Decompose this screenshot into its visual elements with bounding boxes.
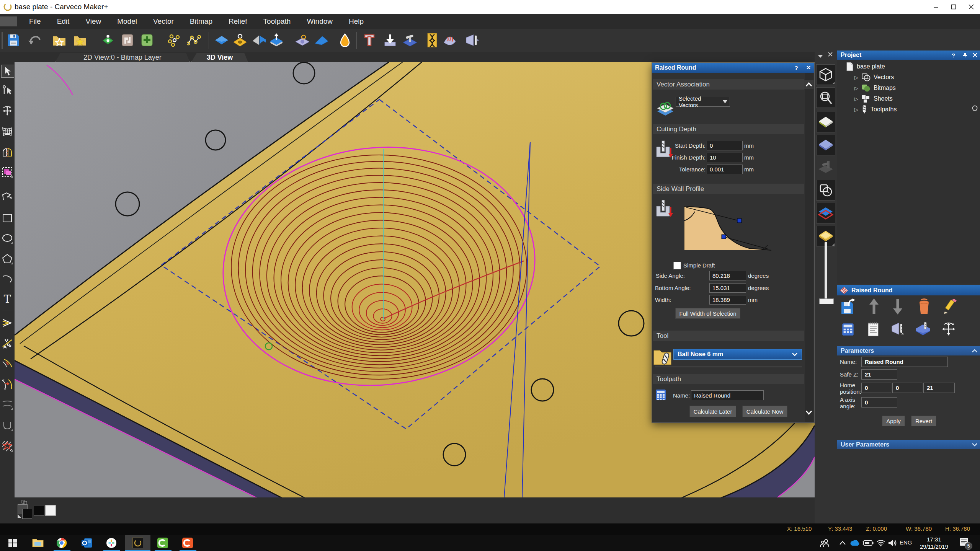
close-button[interactable] — [962, 0, 980, 14]
trim-tool[interactable] — [1, 378, 13, 390]
project-close-icon[interactable] — [972, 52, 978, 58]
tree-item-vectors[interactable]: ▷ Vectors — [837, 72, 980, 83]
new-model-button[interactable] — [101, 33, 115, 47]
parameters-header[interactable]: Parameters — [837, 346, 980, 355]
outlook-button[interactable] — [80, 536, 93, 549]
fillet-tool[interactable] — [1, 357, 13, 370]
project-help-button[interactable]: ? — [952, 52, 955, 59]
param-home-x-field[interactable]: 0 — [861, 383, 891, 393]
slack-button[interactable] — [105, 536, 118, 549]
menu-help[interactable]: Help — [341, 17, 372, 26]
user-parameters-header[interactable]: User Parameters — [837, 440, 980, 449]
texture-flow-button[interactable] — [443, 33, 457, 47]
rectangle-tool[interactable] — [1, 212, 13, 224]
zoom-tool-button[interactable] — [816, 87, 835, 108]
polyline-tool[interactable] — [1, 191, 13, 203]
mirror-tool[interactable] — [1, 146, 13, 158]
text-tool-button[interactable] — [362, 33, 377, 47]
offset-vector-tool[interactable] — [1, 317, 13, 329]
param-aaxis-field[interactable]: 0 — [861, 397, 897, 408]
bulb-outline-icon[interactable] — [972, 105, 978, 114]
param-safez-field[interactable]: 21 — [861, 369, 897, 380]
menu-file[interactable]: File — [21, 17, 49, 26]
tolerance-field[interactable]: 0.001 — [707, 165, 743, 174]
profile-handle-bottom[interactable] — [722, 235, 726, 239]
start-depth-field[interactable]: 0 — [707, 141, 743, 150]
vectors-visibility-button[interactable] — [816, 180, 835, 201]
language-indicator[interactable]: ENG — [900, 539, 912, 546]
texture-star-tool[interactable] — [1, 440, 13, 452]
move-down-button[interactable] — [891, 298, 904, 315]
full-width-button[interactable]: Full Width of Selection — [675, 308, 740, 319]
scroll-up-icon[interactable] — [804, 80, 813, 89]
project-title-bar[interactable]: Project ? — [837, 51, 980, 60]
dialog-title-bar[interactable]: Raised Round ? ✕ — [652, 63, 814, 73]
white-swatch[interactable] — [45, 505, 56, 516]
notification-center-button[interactable]: 5 — [959, 538, 969, 549]
arc-tool[interactable] — [1, 272, 13, 285]
dialog-help-button[interactable]: ? — [791, 63, 801, 73]
simple-draft-checkbox[interactable] — [673, 262, 681, 269]
tree-root-base-plate[interactable]: base plate — [837, 61, 980, 72]
menu-window[interactable]: Window — [299, 17, 341, 26]
calculate-now-button[interactable]: Calculate Now — [742, 406, 787, 417]
open-model-button[interactable] — [52, 33, 67, 47]
flat-relief-button[interactable] — [214, 33, 229, 47]
menu-edit[interactable]: Edit — [49, 17, 78, 26]
shading-slider-handle[interactable] — [819, 298, 834, 304]
machine-relief-button[interactable] — [403, 33, 417, 47]
toolpath-panel-title-bar[interactable]: Raised Round — [837, 285, 980, 295]
tab-2d-view[interactable]: 2D View:0 - Bitmap Layer — [55, 53, 190, 62]
mirror-relief-button[interactable] — [252, 33, 266, 47]
tree-item-bitmaps[interactable]: ▷ Bitmaps — [837, 83, 980, 93]
droplet-relief-button[interactable] — [338, 33, 352, 47]
shading-slider-track[interactable] — [825, 242, 827, 304]
relief-layer-button[interactable] — [816, 112, 835, 132]
profile-curve-editor[interactable] — [677, 202, 774, 257]
delete-toolpath-button[interactable] — [917, 298, 931, 315]
primary-secondary-swatch[interactable] — [18, 504, 31, 518]
texture-relief-button[interactable] — [295, 33, 310, 47]
text-tool[interactable]: T — [1, 293, 13, 305]
wifi-icon[interactable] — [874, 536, 887, 549]
scroll-down-icon[interactable] — [804, 408, 813, 417]
dome-relief-button[interactable] — [233, 33, 247, 47]
wedge-relief-button[interactable] — [314, 33, 329, 47]
cut-vector-tool[interactable] — [1, 337, 13, 350]
dialog-scroll-strip[interactable] — [805, 73, 813, 422]
node-edit-tool[interactable] — [1, 84, 13, 96]
volume-icon[interactable] — [886, 536, 899, 549]
menu-vector[interactable]: Vector — [145, 17, 182, 26]
minimize-button[interactable] — [927, 0, 945, 14]
model-from-image-button[interactable] — [120, 33, 135, 47]
hidden-icons-chevron[interactable] — [836, 536, 849, 549]
tool-folder-icon[interactable] — [653, 347, 673, 367]
param-name-field[interactable]: Raised Round — [861, 357, 948, 367]
calculate-later-button[interactable]: Calculate Later — [689, 406, 736, 417]
battery-icon[interactable] — [861, 536, 874, 549]
profile-handle-top[interactable] — [737, 218, 742, 223]
file-explorer-button[interactable] — [31, 536, 44, 549]
calculate-toolpath-button[interactable] — [841, 322, 854, 337]
chrome-button[interactable] — [55, 536, 68, 549]
bitmap-layer-button[interactable] — [816, 135, 835, 155]
add-relief-button[interactable] — [140, 33, 154, 47]
camtasia-red-button[interactable] — [181, 536, 194, 549]
menu-model[interactable]: Model — [109, 17, 145, 26]
select-area-tool[interactable] — [1, 166, 13, 178]
toolpath-notes-button[interactable] — [867, 321, 879, 337]
black-swatch[interactable] — [34, 505, 44, 516]
vector-nodes-button[interactable] — [167, 33, 182, 47]
polygon-tool[interactable] — [1, 253, 13, 265]
apply-button[interactable]: Apply — [882, 416, 905, 426]
weave-wizard-button[interactable] — [425, 33, 439, 47]
menu-relief[interactable]: Relief — [220, 17, 255, 26]
open-favourite-button[interactable] — [73, 33, 87, 47]
revert-button[interactable]: Revert — [911, 416, 936, 426]
bottom-angle-field[interactable]: 15.031 — [709, 283, 746, 293]
move-up-button[interactable] — [867, 298, 880, 315]
import-button[interactable] — [383, 33, 397, 47]
onedrive-icon[interactable] — [848, 536, 861, 549]
raise-layer-button[interactable] — [269, 33, 284, 47]
transform-tool[interactable] — [1, 105, 13, 117]
